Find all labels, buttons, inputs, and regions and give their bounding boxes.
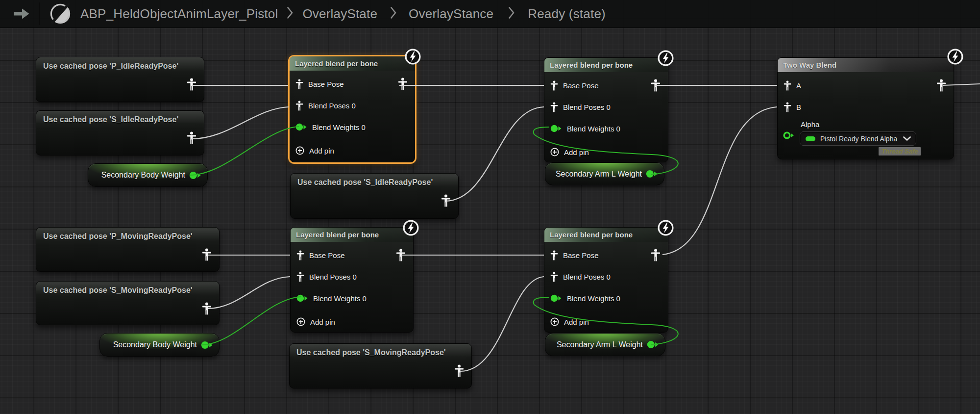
pin-row-blend-weights[interactable]: Blend Weights 0 xyxy=(544,287,668,309)
pose-output-pin[interactable] xyxy=(396,249,406,261)
pose-output-pin[interactable] xyxy=(202,302,212,315)
plus-circle-icon xyxy=(296,317,305,326)
node-layered-blend-per-bone-selected[interactable]: Layered blend per bone Base Pose Blend P… xyxy=(288,55,416,164)
plus-circle-icon xyxy=(295,146,304,155)
green-dot-output-pin[interactable] xyxy=(646,170,658,178)
breadcrumb-item-overlaystate[interactable]: OverlayState xyxy=(302,6,377,22)
pose-output-pin[interactable] xyxy=(651,79,661,92)
green-dot-input-pin[interactable] xyxy=(550,294,562,302)
chevron-right-icon xyxy=(390,6,397,21)
wire-pose xyxy=(460,277,544,371)
wire-pose xyxy=(192,107,289,139)
alpha-input-pin[interactable] xyxy=(783,131,795,139)
green-dot-input-pin[interactable] xyxy=(550,125,562,132)
pin-row-blend-poses[interactable]: Blend Poses 0 xyxy=(544,96,668,118)
pin-label: Blend Weights 0 xyxy=(312,123,366,131)
node-use-cached-pose-p-idle[interactable]: Use cached pose 'P_IdleReadyPose' xyxy=(36,57,204,102)
node-use-cached-pose-s-moving-mid[interactable]: Use cached pose 'S_MovingReadyPose' xyxy=(289,343,472,388)
pin-label: Base Pose xyxy=(563,251,599,259)
node-secondary-body-weight[interactable]: Secondary Body Weight xyxy=(88,163,208,187)
pose-input-pin[interactable] xyxy=(550,80,558,91)
node-secondary-arm-l-weight[interactable]: Secondary Arm L Weight xyxy=(545,162,664,185)
pin-label: Blend Poses 0 xyxy=(563,273,611,281)
add-pin-button[interactable]: Add pin xyxy=(291,311,413,333)
node-layered-blend-per-bone-bottom-left[interactable]: Layered blend per bone Base Pose Blend P… xyxy=(290,227,414,333)
breadcrumb-item-overlaystance[interactable]: OverlayStance xyxy=(409,6,493,22)
pin-row-a[interactable]: A xyxy=(778,75,954,96)
pose-output-pin[interactable] xyxy=(187,131,196,144)
pose-input-pin[interactable] xyxy=(550,272,558,282)
pose-input-pin[interactable] xyxy=(550,102,558,112)
node-title: Use cached pose 'S_IdleReadyPose' xyxy=(36,111,204,127)
breadcrumb-item-blueprint[interactable]: ABP_HeldObjectAnimLayer_Pistol xyxy=(80,6,278,22)
animgraph-canvas[interactable]: Use cached pose 'P_IdleReadyPose' Use ca… xyxy=(0,0,980,414)
pose-input-pin[interactable] xyxy=(295,101,303,111)
pose-output-pin[interactable] xyxy=(441,194,451,207)
divider xyxy=(39,2,40,25)
pin-row-blend-poses[interactable]: Blend Poses 0 xyxy=(290,95,415,116)
pin-label: Blend Poses 0 xyxy=(309,273,357,281)
pin-label: Base Pose xyxy=(308,80,344,88)
node-secondary-arm-l-weight-2[interactable]: Secondary Arm L Weight xyxy=(545,333,665,356)
green-dot-input-pin[interactable] xyxy=(295,123,307,131)
pin-row-blend-poses[interactable]: Blend Poses 0 xyxy=(544,266,668,287)
pin-row-base-pose[interactable]: Base Pose xyxy=(544,244,668,266)
add-pin-label: Add pin xyxy=(564,148,589,156)
pin-row-blend-weights[interactable]: Blend Weights 0 xyxy=(544,118,668,139)
add-pin-button[interactable]: Add pin xyxy=(544,311,668,333)
pose-input-pin[interactable] xyxy=(296,250,304,260)
pose-output-pin[interactable] xyxy=(454,364,464,377)
alpha-binding-dropdown[interactable]: Pistol Ready Blend Alpha xyxy=(800,131,916,146)
add-pin-label: Add pin xyxy=(309,147,334,155)
green-dot-input-pin[interactable] xyxy=(296,294,308,302)
breadcrumb-item-ready-state[interactable]: Ready (state) xyxy=(528,6,606,22)
pose-input-pin[interactable] xyxy=(550,250,558,260)
fast-path-lightning-icon xyxy=(657,50,674,67)
pin-row-base-pose[interactable]: Base Pose xyxy=(291,244,413,266)
pose-input-pin[interactable] xyxy=(784,80,791,91)
pose-output-pin[interactable] xyxy=(187,78,196,91)
node-use-cached-pose-s-idle-mid[interactable]: Use cached pose 'S_IdleReadyPose' xyxy=(290,173,459,219)
pin-label: Blend Weights 0 xyxy=(567,294,620,303)
pin-row-base-pose[interactable]: Base Pose xyxy=(544,75,668,96)
node-layered-blend-per-bone-top-right[interactable]: Layered blend per bone Base Pose Blend P… xyxy=(544,57,668,162)
pin-row-base-pose[interactable]: Base Pose xyxy=(290,73,415,95)
pin-row-blend-poses[interactable]: Blend Poses 0 xyxy=(291,266,413,287)
pose-input-pin[interactable] xyxy=(296,272,304,282)
pin-row-blend-weights[interactable]: Blend Weights 0 xyxy=(290,116,415,138)
thread-safe-badge: Thread Safe xyxy=(879,147,921,155)
node-use-cached-pose-s-idle[interactable]: Use cached pose 'S_IdleReadyPose' xyxy=(36,110,204,155)
pin-label: Blend Weights 0 xyxy=(567,125,620,133)
pin-label: Blend Poses 0 xyxy=(308,102,356,110)
node-title: Use cached pose 'S_MovingReadyPose' xyxy=(290,344,471,360)
node-title: Use cached pose 'P_MovingReadyPose' xyxy=(36,228,219,243)
green-dot-output-pin[interactable] xyxy=(189,171,201,180)
green-dot-output-pin[interactable] xyxy=(201,341,213,349)
forward-arrow-icon[interactable] xyxy=(13,7,30,21)
wire-pose xyxy=(445,107,544,201)
variable-label: Secondary Arm L Weight xyxy=(556,170,642,179)
pose-output-pin[interactable] xyxy=(398,78,408,90)
chevron-down-icon xyxy=(903,136,911,141)
pose-output-pin[interactable] xyxy=(651,249,661,261)
pose-output-pin[interactable] xyxy=(202,248,212,261)
variable-label: Secondary Body Weight xyxy=(113,340,197,349)
green-dot-output-pin[interactable] xyxy=(647,340,659,349)
add-pin-button[interactable]: Add pin xyxy=(290,140,415,161)
node-secondary-body-weight-2[interactable]: Secondary Body Weight xyxy=(99,333,220,357)
pose-output-pin[interactable] xyxy=(936,79,946,92)
node-layered-blend-per-bone-bottom-right[interactable]: Layered blend per bone Base Pose Blend P… xyxy=(544,227,668,333)
pin-row-blend-weights[interactable]: Blend Weights 0 xyxy=(291,287,413,309)
pose-input-pin[interactable] xyxy=(295,79,303,89)
alpha-binding-value: Pistol Ready Blend Alpha xyxy=(820,135,899,143)
pose-input-pin[interactable] xyxy=(784,102,791,112)
node-title: Use cached pose 'P_IdleReadyPose' xyxy=(36,57,204,73)
add-pin-button[interactable]: Add pin xyxy=(544,141,668,163)
plus-circle-icon xyxy=(550,148,559,156)
add-pin-label: Add pin xyxy=(564,318,589,326)
pin-row-b[interactable]: B xyxy=(778,96,954,118)
node-use-cached-pose-s-moving[interactable]: Use cached pose 'S_MovingReadyPose' xyxy=(36,281,220,325)
node-use-cached-pose-p-moving[interactable]: Use cached pose 'P_MovingReadyPose' xyxy=(36,227,220,272)
chevron-right-icon xyxy=(508,6,515,21)
node-two-way-blend[interactable]: Two Way Blend A B Alpha Pistol Ready Ble… xyxy=(777,57,954,159)
